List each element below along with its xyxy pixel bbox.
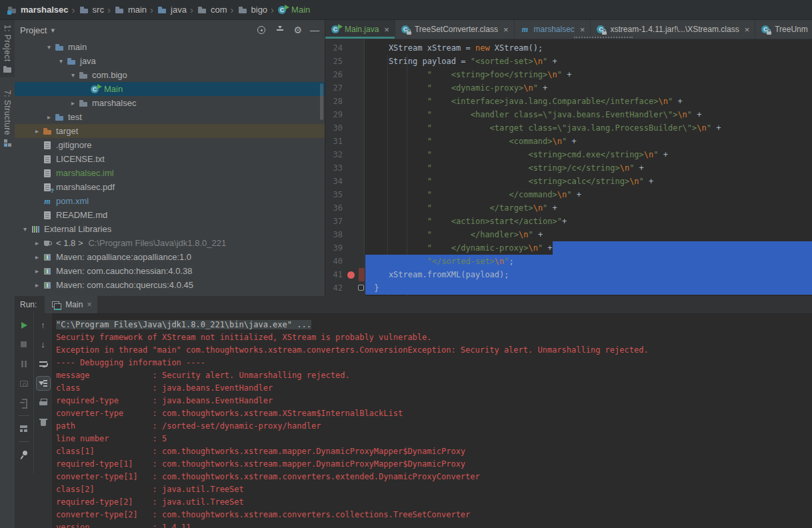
line-number[interactable]: 34 <box>325 175 344 188</box>
gutter-icon-area[interactable] <box>344 241 357 255</box>
up-arrow-button[interactable] <box>36 318 51 333</box>
line-number[interactable]: 31 <box>325 135 344 148</box>
code-text[interactable]: " <string>calc</string>\n" + <box>365 175 812 188</box>
gutter-fold-area[interactable] <box>357 255 365 268</box>
down-arrow-button[interactable] <box>36 337 51 352</box>
code-text[interactable]: "</sorted-set>\n"; <box>365 255 812 268</box>
code-text[interactable]: xStream.fromXML(payload); <box>365 268 812 281</box>
close-icon[interactable]: × <box>580 25 585 35</box>
line-number[interactable]: 25 <box>325 55 344 68</box>
breadcrumb-item-bigo[interactable]: bigo <box>236 5 269 15</box>
code-text[interactable]: " <string>cmd.exe</string>\n" + <box>365 148 812 161</box>
code-text[interactable]: " </target>\n" + <box>365 201 812 215</box>
gutter-icon-area[interactable] <box>344 175 357 188</box>
expanded-arrow-icon[interactable]: ▾ <box>68 71 78 79</box>
code-line-37[interactable]: 37 " <action>start</action>"+ <box>325 215 812 228</box>
close-icon[interactable]: × <box>384 25 389 35</box>
line-number[interactable]: 38 <box>325 228 344 241</box>
gutter-fold-area[interactable] <box>357 135 365 148</box>
line-number[interactable]: 26 <box>325 68 344 81</box>
gutter-icon-area[interactable] <box>344 121 357 135</box>
code-line-25[interactable]: 25 String payload = "<sorted-set>\n" + <box>325 55 812 68</box>
code-text[interactable]: " <command>\n" + <box>365 135 812 148</box>
code-line-28[interactable]: 28 " <interface>java.lang.Comparable</in… <box>325 95 812 108</box>
code-text[interactable]: " <target class=\"java.lang.ProcessBuild… <box>365 121 812 135</box>
code-line-30[interactable]: 30 " <target class=\"java.lang.ProcessBu… <box>325 121 812 135</box>
code-text[interactable]: String payload = "<sorted-set>\n" + <box>365 55 812 68</box>
gutter-fold-area[interactable] <box>357 41 365 55</box>
tree-item-readme-md[interactable]: README.md <box>15 208 325 222</box>
gutter-icon-area[interactable] <box>344 95 357 108</box>
settings-gear-icon[interactable]: ⚙ <box>293 25 302 35</box>
code-text[interactable]: XStream xStream = new XStream(); <box>365 41 812 55</box>
breadcrumb-item-main[interactable]: Main <box>276 5 311 15</box>
code-text[interactable]: " <interface>java.lang.Comparable</inter… <box>365 95 812 108</box>
clear-button[interactable] <box>36 415 51 429</box>
code-line-33[interactable]: 33 " <string>/c</string>\n" + <box>325 161 812 175</box>
tree-item-marshalsec-pdf[interactable]: ?marshalsec.pdf <box>15 180 325 194</box>
tree-item-external-libraries[interactable]: ▾External Libraries <box>15 222 325 236</box>
code-line-34[interactable]: 34 " <string>calc</string>\n" + <box>325 175 812 188</box>
code-line-40[interactable]: 40 "</sorted-set>\n"; <box>325 255 812 268</box>
gutter-icon-area[interactable] <box>344 268 357 281</box>
run-console-output[interactable]: "C:\Program Files\Java\jdk1.8.0_221\bin\… <box>52 313 812 528</box>
restore-layout-button[interactable] <box>17 421 31 436</box>
line-number[interactable]: 27 <box>325 81 344 95</box>
tree-item-maven-com-caucho-quercus-4-0-45[interactable]: ▸Maven: com.caucho:quercus:4.0.45 <box>15 278 325 292</box>
editor-tab-xstream-1-4-11-jar-xstream-class[interactable]: xstream-1.4.11.jar!\...\XStream.class× <box>591 20 755 39</box>
breadcrumb-item-main[interactable]: main <box>113 5 148 15</box>
code-line-26[interactable]: 26 " <string>foo</string>\n" + <box>325 68 812 81</box>
gutter-icon-area[interactable] <box>344 215 357 228</box>
tree-item-maven-aopalliance-aopalliance-1-0[interactable]: ▸Maven: aopalliance:aopalliance:1.0 <box>15 250 325 264</box>
gutter-icon-area[interactable] <box>344 108 357 121</box>
gutter-icon-area[interactable] <box>344 201 357 215</box>
gutter-fold-area[interactable] <box>357 55 365 68</box>
expanded-arrow-icon[interactable]: ▾ <box>56 57 66 65</box>
gutter-fold-area[interactable] <box>357 241 365 255</box>
gutter-icon-area[interactable] <box>344 41 357 55</box>
gutter-fold-area[interactable] <box>357 188 365 201</box>
tree-item-license-txt[interactable]: LICENSE.txt <box>15 152 325 166</box>
print-button[interactable] <box>36 395 51 410</box>
line-number[interactable]: 30 <box>325 121 344 135</box>
tree-item-maven-com-caucho-hessian-4-0-38[interactable]: ▸Maven: com.caucho:hessian:4.0.38 <box>15 264 325 278</box>
line-number[interactable]: 42 <box>325 281 344 295</box>
gutter-fold-area[interactable] <box>357 81 365 95</box>
gutter-fold-area[interactable] <box>357 268 365 281</box>
gutter-icon-area[interactable] <box>344 188 357 201</box>
line-number[interactable]: 41 <box>325 268 344 281</box>
collapsed-arrow-icon[interactable]: ▸ <box>32 267 42 275</box>
line-number[interactable]: 36 <box>325 201 344 215</box>
line-number[interactable]: 39 <box>325 241 344 255</box>
breadcrumb-item-marshalsec[interactable]: marshalsec <box>5 5 70 15</box>
tree-item-main[interactable]: ▾main <box>15 40 325 54</box>
close-icon[interactable]: × <box>87 300 91 309</box>
breadcrumb-item-java[interactable]: java <box>155 5 188 15</box>
collapse-all-icon[interactable] <box>275 25 285 35</box>
gutter-fold-area[interactable] <box>357 121 365 135</box>
gutter-icon-area[interactable] <box>344 148 357 161</box>
code-text[interactable]: " <string>foo</string>\n" + <box>365 68 812 81</box>
code-text[interactable]: " <action>start</action>"+ <box>365 215 812 228</box>
line-number[interactable]: 24 <box>325 41 344 55</box>
tree-item-pom-xml[interactable]: pom.xml <box>15 194 325 208</box>
code-text[interactable]: " </handler>\n" + <box>365 228 812 241</box>
line-number[interactable]: 35 <box>325 188 344 201</box>
gutter-fold-area[interactable] <box>357 95 365 108</box>
code-line-32[interactable]: 32 " <string>cmd.exe</string>\n" + <box>325 148 812 161</box>
gutter-fold-area[interactable] <box>357 228 365 241</box>
code-line-39[interactable]: 39 " </dynamic-proxy>\n" + <box>325 241 812 255</box>
collapsed-arrow-icon[interactable]: ▸ <box>32 127 42 135</box>
gutter-fold-area[interactable] <box>357 281 365 295</box>
gutter-fold-area[interactable] <box>357 108 365 121</box>
line-number[interactable]: 33 <box>325 161 344 175</box>
stop-button[interactable] <box>17 337 31 352</box>
sidebar-item-structure[interactable]: 7: Structure <box>0 85 15 151</box>
tree-item-1-8[interactable]: ▸< 1.8 >C:\Program Files\Java\jdk1.8.0_2… <box>15 236 325 250</box>
code-line-41[interactable]: 41 xStream.fromXML(payload); <box>325 268 812 281</box>
gutter-fold-area[interactable] <box>357 175 365 188</box>
code-line-29[interactable]: 29 " <handler class=\"java.beans.EventHa… <box>325 108 812 121</box>
tree-item-java[interactable]: ▾java <box>15 54 325 68</box>
collapsed-arrow-icon[interactable]: ▸ <box>32 253 42 261</box>
line-number[interactable]: 29 <box>325 108 344 121</box>
